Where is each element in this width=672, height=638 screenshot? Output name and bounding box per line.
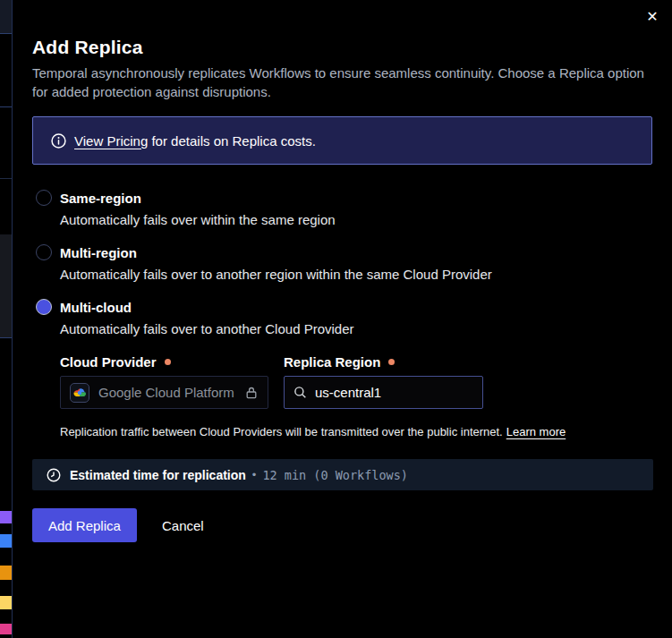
lock-icon (244, 386, 259, 400)
cloud-provider-value: Google Cloud Platform (98, 385, 234, 400)
radio-multi-cloud[interactable] (36, 299, 52, 315)
radio-multi-cloud-description: Automatically fails over to another Clou… (60, 321, 354, 336)
learn-more-link[interactable]: Learn more (506, 425, 566, 438)
public-internet-note: Replication traffic between Cloud Provid… (60, 425, 566, 438)
estimated-time-label: Estimated time for replication (70, 468, 246, 482)
radio-same-region[interactable] (36, 190, 52, 206)
pricing-info-banner: View Pricing for details on Replica cost… (32, 116, 652, 165)
radio-multi-region-label[interactable]: Multi-region (60, 245, 137, 260)
background-page-panel (0, 234, 12, 338)
cloud-provider-field: Google Cloud Platform (60, 376, 268, 409)
estimated-time-banner: Estimated time for replication • 12 min … (32, 459, 653, 490)
add-replica-button[interactable]: Add Replica (32, 508, 137, 542)
modal-description: Temporal asynchronously replicates Workf… (32, 64, 651, 101)
radio-multi-cloud-label[interactable]: Multi-cloud (60, 300, 132, 315)
background-color-chip (0, 511, 12, 523)
background-page-row (0, 0, 12, 34)
add-replica-modal: ✕ Add Replica Temporal asynchronously re… (0, 0, 672, 638)
cloud-provider-label: Cloud Provider (60, 354, 171, 370)
background-color-chip (0, 534, 12, 548)
required-dot-icon (165, 359, 171, 365)
replica-region-label: Replica Region (284, 354, 395, 370)
radio-same-region-description: Automatically fails over within the same… (60, 212, 336, 227)
replica-region-field[interactable] (284, 376, 483, 409)
pricing-banner-text: for details on Replica costs. (148, 133, 316, 149)
background-row-divider (0, 106, 12, 107)
background-column-divider (12, 0, 13, 638)
radio-same-region-label[interactable]: Same-region (60, 191, 141, 206)
info-icon (51, 133, 66, 149)
close-icon[interactable]: ✕ (642, 7, 662, 27)
radio-multi-region-description: Automatically fails over to another regi… (60, 267, 492, 282)
replica-region-input[interactable] (315, 385, 458, 400)
background-row-divider (0, 178, 12, 179)
background-color-chip (0, 566, 12, 580)
modal-title: Add Replica (32, 37, 143, 58)
radio-multi-region[interactable] (36, 244, 52, 260)
estimated-time-value: 12 min (0 Workflows) (262, 468, 408, 482)
dot-separator: • (252, 468, 257, 481)
search-icon (293, 386, 307, 399)
cancel-button[interactable]: Cancel (162, 508, 204, 542)
background-color-chip (0, 624, 12, 634)
clock-icon (47, 468, 61, 482)
background-color-chip (0, 596, 12, 609)
view-pricing-link[interactable]: View Pricing (74, 133, 148, 149)
google-cloud-icon (70, 383, 89, 403)
required-dot-icon (388, 359, 395, 365)
